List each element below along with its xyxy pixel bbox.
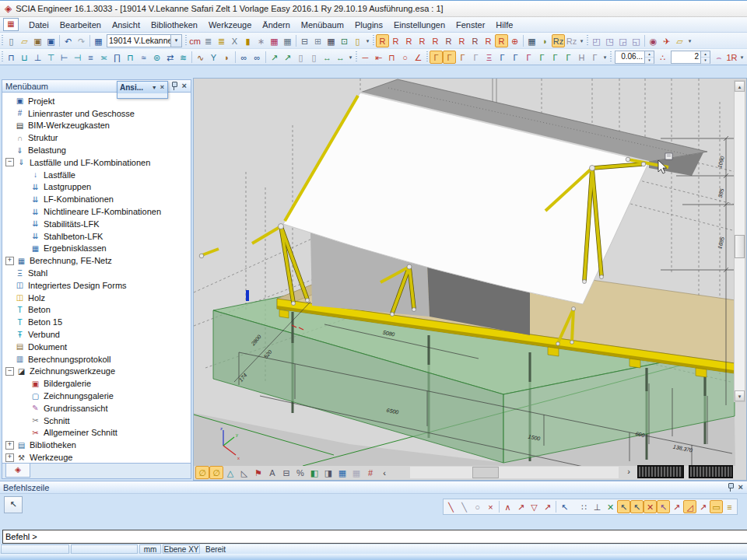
document-icon[interactable]: ▯ [351, 34, 364, 47]
node-icon[interactable]: ∿ [194, 51, 207, 64]
visibility-2-icon[interactable]: ∞ [251, 51, 264, 64]
animation-bar-1[interactable] [637, 465, 684, 478]
overflow-chevron-icon[interactable]: ▾ [347, 51, 354, 64]
menu-item-bearbeiten[interactable]: Bearbeiten [54, 19, 107, 31]
draw-endpoint-icon[interactable]: ⇤ [372, 51, 385, 64]
tree-item-berechnung-fe-netz[interactable]: +▦Berechnung, FE-Netz [2, 254, 191, 267]
overflow-chevron-icon[interactable]: ▾ [738, 51, 745, 64]
window-icon[interactable]: ▦ [92, 34, 105, 47]
rz-off-icon[interactable]: Rz [565, 34, 578, 47]
scale-spinner[interactable]: 2▴▾ [671, 51, 710, 64]
snap-plane-icon[interactable]: ▽ [528, 500, 541, 513]
member-dot-icon[interactable]: R [442, 34, 455, 47]
paste-1-icon[interactable]: ▯ [294, 51, 307, 64]
profile-2-icon[interactable]: ⊔ [18, 51, 31, 64]
tree-item-dokument[interactable]: ▤Dokument [2, 341, 191, 353]
print-view-icon[interactable]: ⊟ [279, 466, 293, 479]
toolbar-handle[interactable] [2, 51, 3, 63]
snap-arc-icon[interactable]: ◿ [683, 500, 696, 513]
toolbar-handle[interactable] [373, 35, 374, 47]
snap-vector-icon[interactable]: ↗ [514, 500, 528, 513]
toolbar-handle[interactable] [356, 51, 357, 63]
model-viewport[interactable]: 1090 385 1685 5080 2800 520 174 6500 150… [193, 78, 747, 481]
tree-item-holz[interactable]: ◫Holz [2, 292, 191, 304]
animation-bar-2[interactable] [689, 465, 733, 478]
storey-filter-3-icon[interactable]: Γ [456, 51, 469, 64]
percent-icon[interactable]: % [293, 466, 307, 479]
profile-7-icon[interactable]: ≡ [84, 51, 97, 64]
image-table-icon[interactable]: ▦ [335, 466, 349, 479]
snap-midpoint-icon[interactable]: ↖ [630, 500, 644, 513]
storey-filter-9-icon[interactable]: Γ [535, 51, 549, 64]
activity-icon[interactable]: Χ [228, 34, 241, 47]
gear-icon[interactable]: ∗ [254, 34, 268, 47]
tree-item-bim-werkzeugkasten[interactable]: ▤BIM-Werkzeugkasten [2, 120, 191, 132]
member-cut-icon[interactable]: R [468, 34, 482, 47]
tree-item-zeichnungsgalerie[interactable]: ▢Zeichnungsgalerie [2, 390, 191, 402]
lasso-icon[interactable]: ◗ [220, 51, 233, 64]
snap-tape-icon[interactable]: ≡ [723, 500, 736, 513]
spinner-up-icon[interactable]: ▴ [645, 51, 654, 58]
vertical-scroll-thumb[interactable] [735, 235, 745, 258]
close-icon[interactable]: × [181, 82, 188, 90]
tree-item-lastf-lle-und-lf-kombinationen[interactable]: −⇓Lastfälle und LF-Kombinationen [2, 156, 191, 169]
scroll-up-icon[interactable]: ▴ [735, 81, 745, 92]
expand-icon[interactable]: + [5, 453, 14, 462]
new-icon[interactable]: ▯ [5, 34, 18, 47]
profile-6-icon[interactable]: ⊣ [71, 51, 84, 64]
layers-icon[interactable]: ≣ [202, 34, 215, 47]
tree-item-nichtlineare-lf-kombinationen[interactable]: ⇊Nichtlineare LF-Kombinationen [2, 205, 191, 218]
numbering-icon[interactable]: 1R [725, 51, 738, 64]
folder-export-icon[interactable]: ▱ [673, 34, 686, 47]
tree-item-zeichnungswerkzeuge[interactable]: −◪Zeichnungswerkzeuge [2, 366, 191, 378]
spinner-up-icon[interactable]: ▴ [701, 51, 710, 58]
member-rotate-icon[interactable]: R [389, 34, 402, 47]
corner-br-icon[interactable]: ◲ [616, 34, 630, 47]
open-icon[interactable]: ▱ [18, 34, 31, 47]
profile-9-icon[interactable]: ∏ [110, 51, 124, 64]
tree-item-bibliotheken[interactable]: +▤Bibliotheken [2, 439, 191, 451]
section-view-icon[interactable]: ◨ [321, 466, 335, 479]
axes-display-icon[interactable]: △ [223, 466, 237, 479]
horizontal-scrollbar[interactable] [410, 467, 619, 478]
overflow-chevron-icon[interactable]: ▾ [364, 34, 371, 47]
menu-item-ansicht[interactable]: Ansicht [107, 19, 146, 31]
redo-icon[interactable]: ↷ [75, 34, 88, 47]
storey-filter-10-icon[interactable]: Γ [549, 51, 562, 64]
menu-item--ndern[interactable]: Ändern [257, 19, 295, 31]
tree-item-beton-15[interactable]: TBeton 15 [2, 316, 191, 328]
tree-item-allgemeiner-schnitt[interactable]: ✂Allgemeiner Schnitt [2, 427, 191, 439]
corner-tl-icon[interactable]: ◰ [590, 34, 603, 47]
snap-point-icon[interactable]: ↗ [696, 500, 710, 513]
tree-item-verbund[interactable]: ŦVerbund [2, 328, 191, 341]
snap-delete-icon[interactable]: × [484, 500, 497, 513]
project-combo[interactable]: 19014 V.Lekanne S▼ [107, 34, 182, 47]
corner-tr-icon[interactable]: ◳ [603, 34, 616, 47]
member-icon[interactable]: R [429, 34, 442, 47]
tree-item-ergebnisklassen[interactable]: ▦Ergebnisklassen [2, 243, 191, 255]
tree-item-struktur[interactable]: ∩Struktur [2, 131, 191, 144]
member-move-icon[interactable]: R [482, 34, 495, 47]
table-icon[interactable]: ▦ [281, 34, 294, 47]
member-bend-icon[interactable]: R [455, 34, 468, 47]
storey-filter-12-icon[interactable]: H [575, 51, 588, 64]
close-icon[interactable]: × [738, 483, 744, 492]
tree-item-integriertes-design-forms[interactable]: ◫Integriertes Design Forms [2, 279, 191, 292]
person-icon[interactable]: Y [207, 51, 220, 64]
member-equal-icon[interactable]: R [402, 34, 416, 47]
snap-size-spinner[interactable]: 0.06...▴▾ [615, 51, 654, 64]
status-plane[interactable]: Ebene XY [163, 544, 200, 554]
copy-multi-icon[interactable]: ↗ [281, 51, 294, 64]
overflow-chevron-icon[interactable]: ▾ [578, 34, 585, 47]
draw-polyline-icon[interactable]: ⊓ [385, 51, 398, 64]
corner-bl-icon[interactable]: ◱ [630, 34, 643, 47]
arc-icon[interactable]: ⌢ [712, 51, 725, 64]
flag-icon[interactable]: ⚑ [251, 466, 265, 479]
menu-item-einstellungen[interactable]: Einstellungen [388, 19, 451, 31]
app-menu-icon[interactable]: ▦ [3, 18, 19, 31]
undo-icon[interactable]: ↶ [61, 34, 75, 47]
tree-item-bildergalerie[interactable]: ▣Bildergalerie [2, 377, 191, 390]
collapse-icon[interactable]: − [5, 158, 14, 166]
horizontal-scroll-thumb[interactable] [472, 467, 499, 478]
clip-2-icon[interactable]: ∅ [209, 466, 223, 479]
